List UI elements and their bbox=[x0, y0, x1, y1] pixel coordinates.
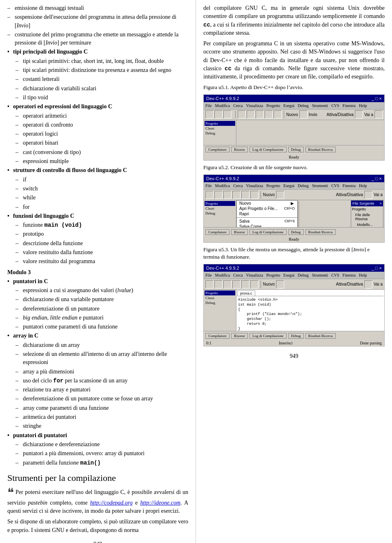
toolbar-btn[interactable] bbox=[223, 110, 232, 118]
link-codepad[interactable]: http://codepad.org bbox=[90, 500, 133, 506]
fig2-statusbar: Compilatore Risorse Log di Compilazione … bbox=[204, 227, 384, 236]
fig1-tab-risorse[interactable]: Risorse bbox=[231, 147, 248, 152]
dash-icon: – bbox=[16, 112, 22, 120]
toolbar-btn[interactable] bbox=[256, 110, 264, 118]
fig1-tab-compilatore[interactable]: Compilatore bbox=[205, 147, 229, 152]
dash-icon: – bbox=[16, 449, 22, 458]
fig3-tab-risultati[interactable]: Risultati Ricerca bbox=[305, 333, 336, 339]
toolbar-btn[interactable] bbox=[374, 110, 383, 118]
toolbar-btn[interactable] bbox=[214, 191, 223, 199]
toolbar-btn[interactable] bbox=[265, 110, 273, 118]
fig2-risorse-sub: Modello... bbox=[351, 222, 383, 227]
list-item: – operatori aritmetici – operatori di co… bbox=[7, 112, 188, 166]
dash-icon: – bbox=[16, 286, 22, 295]
fig1-tab-log[interactable]: Log di Compilazione bbox=[249, 147, 287, 152]
dash-icon: – bbox=[16, 413, 22, 421]
fig3-insert: Inserisci bbox=[279, 341, 293, 345]
fig2-tab-debug[interactable]: Debug bbox=[288, 229, 304, 235]
list-item: • tipi principali del linguaggio C bbox=[7, 48, 188, 56]
fig3-sidebar: Progetto Classi Debug bbox=[204, 290, 236, 331]
dropdown-item-nuovo[interactable]: Nuovo▶ bbox=[237, 201, 297, 206]
fig2-sidebar: Progetto Classi Debug bbox=[204, 200, 236, 227]
right-column: del compilatore GNU C, ma in generale og… bbox=[196, 0, 392, 543]
fig3-vai-label: Vai a bbox=[374, 282, 383, 286]
dash-icon: – bbox=[16, 130, 22, 138]
bullet-icon: • bbox=[7, 332, 13, 340]
toolbar-btn[interactable] bbox=[364, 191, 372, 199]
fig1-window-controls: _ □ × bbox=[372, 96, 382, 101]
fig3-tab-log[interactable]: Log di Compilazione bbox=[249, 333, 287, 339]
fig1-invio-label: Invio bbox=[309, 112, 317, 117]
page-number-left: 948 bbox=[7, 541, 188, 543]
toolbar-btn[interactable] bbox=[214, 110, 223, 118]
fig3-tab-bar: prova.c bbox=[237, 290, 383, 296]
toolbar-btn[interactable] bbox=[205, 191, 214, 199]
left-column: – emissione di messaggi testuali – sospe… bbox=[0, 0, 196, 543]
fig1-caption: Figura u5.1. Aspetto di Dev-C++ dopo l’a… bbox=[203, 84, 385, 91]
toolbar-btn[interactable] bbox=[299, 110, 307, 118]
toolbar-btn[interactable] bbox=[364, 280, 372, 288]
fig3-tab-compilatore[interactable]: Compilatore bbox=[205, 333, 229, 339]
list-item: – tipi scalari primitivi: char, short in… bbox=[7, 57, 188, 102]
fig2-nuovo-label: Nuovo bbox=[263, 192, 275, 197]
toolbar-btn[interactable] bbox=[232, 280, 241, 288]
dropdown-item-rapri[interactable]: Rapri bbox=[237, 211, 297, 217]
fig1-tab-debug[interactable]: Debug bbox=[288, 147, 304, 152]
fig3-tab-prova[interactable]: prova.c bbox=[237, 290, 255, 296]
dash-icon: – bbox=[16, 395, 22, 403]
fig3-toolbar: Nuovo Attiva/Disattiva Vai a bbox=[204, 279, 384, 290]
fig1-tab-risultati[interactable]: Risultati Ricerca bbox=[305, 147, 336, 152]
toolbar-btn[interactable] bbox=[223, 280, 232, 288]
dash-icon: – bbox=[16, 194, 22, 202]
toolbar-btn[interactable] bbox=[250, 191, 258, 199]
link-ideone[interactable]: http://ideone.com bbox=[140, 500, 180, 506]
dash-icon: – bbox=[16, 221, 22, 229]
fig2-tree-progetto: Progetto bbox=[205, 201, 235, 206]
fig2-tab-log[interactable]: Log di Compilazione bbox=[249, 229, 287, 235]
bullet-icon: • bbox=[7, 212, 13, 220]
fig3-code-area: #include <stdio.h> ist main (void) { pri… bbox=[237, 297, 383, 331]
fig2-tab-risorse[interactable]: Risorse bbox=[231, 229, 248, 235]
toolbar-btn[interactable] bbox=[223, 191, 232, 199]
fig3-tree-progetto: Progetto bbox=[205, 290, 235, 295]
toolbar-btn[interactable] bbox=[276, 191, 284, 199]
toolbar-btn[interactable] bbox=[241, 191, 249, 199]
fig3-tab-risorse[interactable]: Risorse bbox=[231, 333, 248, 339]
figure-2: Dev-C++ 4.9.9.2 _ □ × FileModificaCercaV… bbox=[203, 174, 385, 243]
fig1-tree-debug: Debug bbox=[205, 131, 235, 136]
dropdown-item-salva[interactable]: SalvaCtrl+S bbox=[237, 219, 297, 224]
toolbar-btn[interactable] bbox=[355, 110, 363, 118]
toolbar-btn[interactable] bbox=[241, 280, 249, 288]
dash-icon: – bbox=[16, 203, 22, 211]
fig2-tab-risultati[interactable]: Risultati Ricerca bbox=[305, 229, 336, 235]
fig3-position: 0:1 bbox=[206, 341, 212, 345]
right-para2: Per compilare un programma C in un siste… bbox=[203, 40, 385, 81]
fig1-vai-label: Vai a bbox=[364, 112, 373, 117]
list-item: • array in C bbox=[7, 332, 188, 340]
toolbar-btn[interactable] bbox=[250, 280, 258, 288]
dash-icon: – bbox=[16, 386, 22, 394]
fig3-nuovo-label: Nuovo bbox=[263, 282, 275, 286]
dropdown-item-apri[interactable]: Apri Progetto o File...Ctrl+O bbox=[237, 206, 297, 211]
dropdown-item-salvac[interactable]: Salva Come... bbox=[237, 224, 297, 227]
bullet-icon: • bbox=[7, 103, 13, 111]
toolbar-btn[interactable] bbox=[238, 110, 246, 118]
bullet-icon: • bbox=[7, 166, 13, 174]
toolbar-btn[interactable] bbox=[205, 110, 214, 118]
dash-icon: – bbox=[16, 139, 22, 147]
fig1-tree-classi: Classi bbox=[205, 126, 235, 131]
fig3-tab-debug[interactable]: Debug bbox=[288, 333, 304, 339]
fig1-content: Progetto Classi Debug bbox=[204, 120, 384, 145]
list-item: – sospensione dell'esecuzione del progra… bbox=[7, 13, 188, 30]
dash-icon: – bbox=[16, 295, 22, 304]
dash-icon: – bbox=[16, 85, 22, 93]
toolbar-btn[interactable] bbox=[214, 280, 223, 288]
toolbar-btn[interactable] bbox=[205, 280, 214, 288]
fig3-caption: Figura u5.3. Un file che mostra un messa… bbox=[203, 246, 385, 261]
toolbar-btn[interactable] bbox=[276, 280, 284, 288]
fig2-tab-compilatore[interactable]: Compilatore bbox=[205, 229, 229, 235]
strumenti-para1: ❝Per potersi esercitare nell'uso del lin… bbox=[7, 487, 188, 516]
toolbar-btn[interactable] bbox=[232, 191, 241, 199]
toolbar-btn[interactable] bbox=[274, 110, 282, 118]
toolbar-btn[interactable] bbox=[247, 110, 255, 118]
